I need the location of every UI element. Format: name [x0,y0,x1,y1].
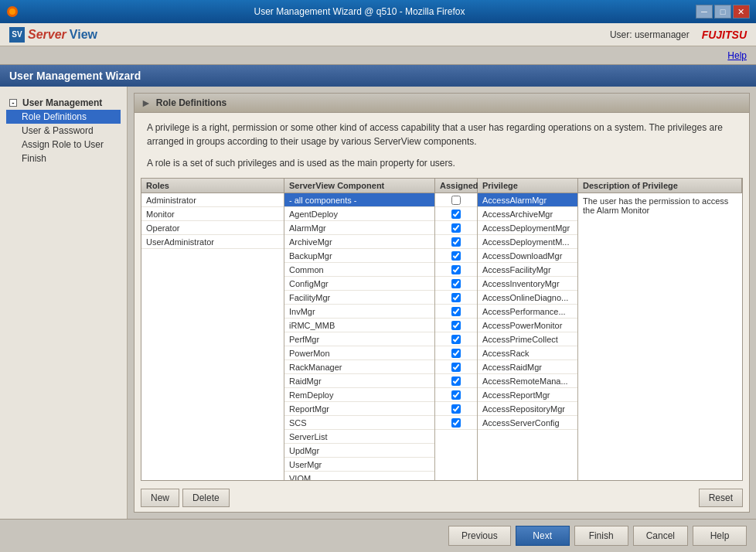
list-item[interactable]: PowerMon [284,346,434,360]
help-link[interactable]: Help [727,50,747,61]
table-row[interactable]: AccessPerformance... [478,305,577,319]
checkbox-cell[interactable] [435,319,477,332]
delete-button[interactable]: Delete [182,489,230,507]
table-row[interactable]: AccessArchiveMgr [478,207,577,221]
assigned-checkbox[interactable] [451,377,461,386]
list-item[interactable]: FacilityMgr [284,291,434,305]
checkbox-cell[interactable] [435,235,477,249]
list-item[interactable]: UserMgr [284,458,434,472]
reset-button[interactable]: Reset [699,489,743,507]
assigned-checkbox[interactable] [451,265,461,274]
checkbox-cell[interactable] [435,360,477,374]
sidebar-item-user-password[interactable]: User & Password [6,124,121,138]
table-row[interactable]: UserAdministrator [141,235,284,249]
assigned-checkbox[interactable] [451,307,461,316]
list-item[interactable]: VIOM [284,472,434,480]
assigned-checkbox[interactable] [451,223,461,233]
table-row[interactable]: AccessDeploymentM... [478,235,577,249]
list-item[interactable]: ServerList [284,430,434,444]
table-row[interactable]: AccessDeploymentMgr [478,221,577,235]
checkbox-cell[interactable] [435,291,477,305]
assigned-checkbox[interactable] [451,237,461,247]
table-row[interactable]: AccessDownloadMgr [478,249,577,263]
description-column: The user has the permission to access th… [578,193,742,480]
list-item[interactable]: RaidMgr [284,374,434,388]
checkbox-cell[interactable] [435,402,477,416]
table-row[interactable]: AccessPowerMonitor [478,319,577,332]
checkbox-cell[interactable] [435,374,477,388]
list-item[interactable]: ArchiveMgr [284,235,434,249]
checkbox-cell[interactable] [435,207,477,221]
list-item[interactable]: AlarmMgr [284,221,434,235]
checkbox-cell[interactable] [435,221,477,235]
list-item[interactable]: BackupMgr [284,249,434,263]
next-button[interactable]: Next [516,526,570,546]
assigned-checkbox[interactable] [451,335,461,344]
assigned-checkbox[interactable] [451,196,461,205]
table-row[interactable]: AccessServerConfig [478,416,577,430]
new-button[interactable]: New [141,489,179,507]
table-row[interactable]: Administrator [141,193,284,207]
list-item[interactable]: Common [284,263,434,277]
sidebar-item-finish[interactable]: Finish [6,152,121,165]
finish-button[interactable]: Finish [574,526,628,546]
collapse-icon[interactable]: - [9,99,17,107]
list-item[interactable]: - all components - [284,193,434,207]
table-row[interactable]: AccessOnlineDiagno... [478,291,577,305]
cancel-button[interactable]: Cancel [633,526,688,546]
components-scroll[interactable]: - all components - AgentDeploy AlarmMgr … [284,193,434,480]
checkbox-cell[interactable] [435,249,477,263]
assigned-checkbox[interactable] [451,321,461,330]
table-row[interactable]: AccessReportMgr [478,388,577,402]
list-item[interactable]: InvMgr [284,305,434,319]
assigned-checkbox[interactable] [451,363,461,372]
table-row[interactable]: AccessRack [478,346,577,360]
assigned-checkbox[interactable] [451,210,461,219]
assigned-checkbox[interactable] [451,349,461,358]
checkbox-cell[interactable] [435,416,477,430]
assigned-checkbox[interactable] [451,418,461,428]
main-area: User Management Wizard - User Management… [0,65,756,552]
assigned-checkbox[interactable] [451,404,461,414]
checkbox-cell[interactable] [435,346,477,360]
panel-box: ► Role Definitions A privilege is a righ… [134,93,750,513]
user-label: User: usermanager [610,29,690,40]
assigned-checkbox[interactable] [451,293,461,302]
checkbox-cell[interactable] [435,263,477,277]
list-item[interactable]: iRMC_MMB [284,319,434,332]
table-row[interactable]: AccessRemoteMana... [478,374,577,388]
list-item[interactable]: PerfMgr [284,332,434,346]
sidebar-item-role-definitions[interactable]: Role Definitions [6,110,121,124]
list-item[interactable]: SCS [284,416,434,430]
checkbox-cell[interactable] [435,388,477,402]
assigned-checkbox[interactable] [451,279,461,288]
assigned-checkbox[interactable] [451,251,461,261]
list-item[interactable]: UpdMgr [284,444,434,458]
close-button[interactable]: ✕ [733,5,750,19]
table-row[interactable]: AccessFacilityMgr [478,263,577,277]
table-row[interactable]: Operator [141,221,284,235]
table-row[interactable]: AccessAlarmMgr [478,193,577,207]
table-row[interactable]: Monitor [141,207,284,221]
list-item[interactable]: RemDeploy [284,388,434,402]
list-item[interactable]: AgentDeploy [284,207,434,221]
assigned-checkbox[interactable] [451,390,461,400]
checkbox-cell[interactable] [435,332,477,346]
previous-button[interactable]: Previous [448,526,511,546]
list-item[interactable]: RackManager [284,360,434,374]
list-item[interactable]: ReportMgr [284,402,434,416]
table-row[interactable]: AccessInventoryMgr [478,277,577,291]
help-button[interactable]: Help [693,526,747,546]
table-row[interactable]: AccessRaidMgr [478,360,577,374]
checkbox-cell[interactable] [435,193,477,207]
maximize-button[interactable]: □ [714,5,731,19]
table-row[interactable]: AccessRepositoryMgr [478,402,577,416]
title-bar: User Management Wizard @ q510 - Mozilla … [0,0,756,23]
checkbox-cell[interactable] [435,305,477,319]
checkbox-cell[interactable] [435,277,477,291]
table-row[interactable]: AccessPrimeCollect [478,332,577,346]
sidebar-item-assign-role[interactable]: Assign Role to User [6,138,121,152]
list-item[interactable]: ConfigMgr [284,277,434,291]
minimize-button[interactable]: ─ [696,5,713,19]
right-panel: ► Role Definitions A privilege is a righ… [128,87,756,519]
